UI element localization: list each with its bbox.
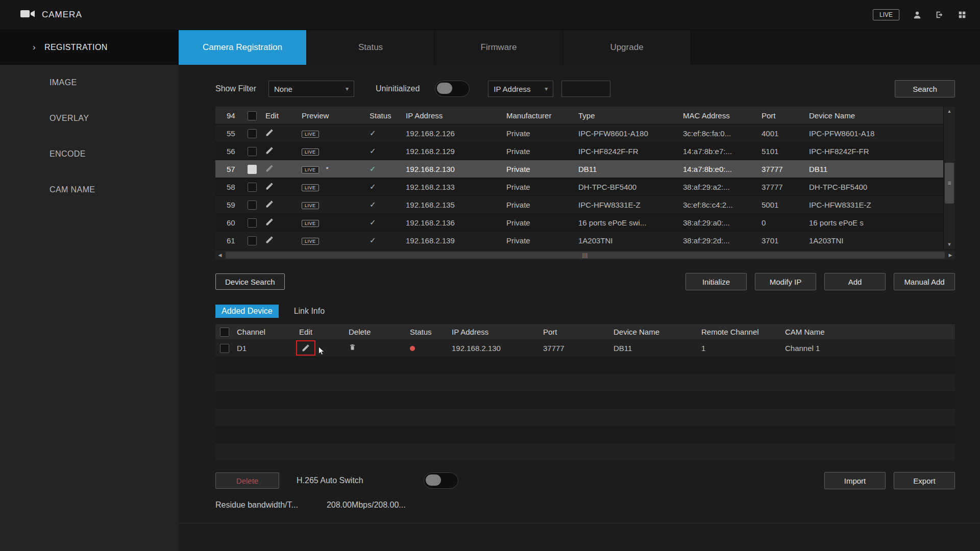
tab-upgrade[interactable]: Upgrade (563, 30, 691, 65)
mouse-cursor (316, 346, 326, 357)
col-port: Port (540, 328, 610, 336)
status-ok-icon: ✓ (370, 182, 376, 191)
modify-ip-button[interactable]: Modify IP (755, 273, 816, 290)
preview-live-badge[interactable]: LIVE (302, 184, 319, 191)
device-row-60[interactable]: 60 LIVE ✓ 192.168.2.136 Private 16 ports… (215, 213, 943, 231)
grid-icon[interactable] (958, 10, 967, 19)
device-row-55[interactable]: 55 LIVE ✓ 192.168.2.126 Private IPC-PFW8… (215, 124, 943, 142)
edit-icon[interactable] (265, 129, 274, 137)
device-search-button[interactable]: Device Search (215, 273, 285, 290)
preview-live-badge[interactable]: LIVE (302, 166, 319, 173)
edit-icon[interactable] (265, 164, 274, 172)
device-row-61[interactable]: 61 LIVE ✓ 192.168.2.139 Private 1A203TNI… (215, 231, 943, 249)
device-row-59[interactable]: 59 LIVE ✓ 192.168.2.135 Private IPC-HFW8… (215, 195, 943, 213)
manual-add-button[interactable]: Manual Add (894, 273, 955, 290)
added-table-empty-row (215, 357, 955, 374)
tab-link-info[interactable]: Link Info (288, 305, 331, 318)
row-checkbox[interactable] (248, 201, 257, 210)
tab-bar: Camera Registration Status Firmware Upgr… (179, 30, 980, 65)
vertical-scrollbar[interactable]: ▲ ≡ ▼ (943, 107, 955, 249)
search-button[interactable]: Search (895, 80, 955, 97)
delete-button[interactable]: Delete (215, 472, 279, 489)
row-checkbox[interactable] (248, 129, 257, 138)
scroll-up-icon[interactable]: ▲ (944, 107, 955, 116)
user-icon[interactable] (913, 10, 922, 19)
sidebar-item-cam-name[interactable]: CAM NAME (0, 172, 179, 208)
col-port: Port (758, 111, 806, 120)
filter-select-value: None (274, 85, 292, 93)
row-checkbox[interactable] (248, 236, 257, 245)
row-checkbox[interactable] (248, 183, 257, 192)
tab-added-device[interactable]: Added Device (215, 305, 279, 318)
content-area: Show Filter None ▾ Uninitialized IP Addr… (179, 65, 980, 551)
filter-select[interactable]: None ▾ (268, 81, 354, 97)
preview-live-badge[interactable]: LIVE (302, 148, 319, 156)
uninitialized-label: Uninitialized (376, 84, 420, 93)
device-row-58[interactable]: 58 LIVE ✓ 192.168.2.133 Private DH-TPC-B… (215, 178, 943, 195)
col-status: Status (407, 328, 449, 336)
edit-icon[interactable] (265, 146, 274, 155)
edit-icon[interactable] (265, 200, 274, 208)
edit-icon[interactable] (265, 236, 274, 244)
scroll-down-icon[interactable]: ▼ (944, 240, 955, 249)
h265-auto-switch-label: H.265 Auto Switch (297, 476, 363, 485)
horizontal-scrollbar[interactable]: ◀ ||| ▶ (215, 251, 955, 260)
delete-icon[interactable] (349, 343, 356, 351)
preview-live-badge[interactable]: LIVE (302, 220, 319, 227)
scroll-right-icon[interactable]: ▶ (946, 253, 955, 258)
row-checkbox-checked[interactable] (248, 165, 257, 174)
edit-icon[interactable] (265, 182, 274, 190)
added-select-all-checkbox[interactable] (220, 328, 229, 337)
main-panel: Camera Registration Status Firmware Upgr… (179, 30, 980, 551)
added-row-d1[interactable]: D1 192.168.2.130 37777 DB11 1 (215, 339, 955, 357)
sidebar-item-overlay[interactable]: OVERLAY (0, 101, 179, 136)
edit-icon[interactable] (265, 218, 274, 226)
tab-firmware[interactable]: Firmware (435, 30, 563, 65)
device-count: 94 (215, 111, 244, 120)
tab-status[interactable]: Status (307, 30, 435, 65)
status-ok-icon: ✓ (370, 200, 376, 209)
preview-live-badge[interactable]: LIVE (302, 238, 319, 245)
status-offline-dot (410, 346, 415, 351)
col-cam-name: CAM Name (782, 328, 955, 336)
added-table-empty-row (215, 409, 955, 426)
residue-bandwidth-value: 208.00Mbps/208.00... (327, 500, 406, 510)
scroll-left-icon[interactable]: ◀ (215, 253, 225, 258)
toggle-knob (426, 474, 441, 486)
add-button[interactable]: Add (824, 273, 886, 290)
device-row-57-selected[interactable]: 57 LIVE* ✓ 192.168.2.130 Private DB11 14… (215, 160, 943, 178)
sidebar-item-encode[interactable]: ENCODE (0, 136, 179, 172)
col-device-name: Device Name (806, 111, 943, 120)
chevron-down-icon: ▾ (346, 85, 349, 92)
search-field-select[interactable]: IP Address ▾ (488, 81, 553, 97)
sidebar-item-registration[interactable]: › REGISTRATION (0, 30, 179, 65)
h265-auto-switch-toggle[interactable] (424, 472, 458, 489)
device-row-56[interactable]: 56 LIVE ✓ 192.168.2.129 Private IPC-HF82… (215, 142, 943, 160)
uninitialized-toggle[interactable] (435, 81, 470, 97)
preview-live-badge[interactable]: LIVE (302, 202, 319, 209)
row-checkbox[interactable] (220, 344, 229, 353)
export-button[interactable]: Export (894, 472, 955, 489)
row-checkbox[interactable] (248, 147, 257, 156)
col-manufacturer: Manufacturer (503, 111, 575, 120)
annotation-highlight-box (296, 340, 315, 356)
initialize-button[interactable]: Initialize (685, 273, 747, 290)
added-table-empty-row (215, 426, 955, 443)
select-all-checkbox[interactable] (248, 111, 257, 120)
row-checkbox[interactable] (248, 218, 257, 228)
row-marker: * (326, 165, 329, 173)
tab-camera-registration[interactable]: Camera Registration (179, 30, 307, 65)
status-ok-icon: ✓ (370, 218, 376, 227)
search-input[interactable] (561, 81, 610, 97)
edit-icon[interactable] (302, 344, 310, 352)
live-button[interactable]: LIVE (873, 9, 899, 20)
import-button[interactable]: Import (824, 472, 886, 489)
preview-live-badge[interactable]: LIVE (302, 131, 319, 138)
actions-row: Device Search Initialize Modify IP Add M… (215, 273, 955, 290)
vertical-scroll-thumb[interactable]: ≡ (945, 163, 954, 204)
chevron-right-icon: › (33, 42, 36, 53)
sidebar-item-image[interactable]: IMAGE (0, 65, 179, 101)
horizontal-scroll-thumb[interactable]: ||| (226, 252, 945, 259)
logout-icon[interactable] (935, 10, 944, 19)
added-table-header: Channel Edit Delete Status IP Address Po… (215, 324, 955, 339)
